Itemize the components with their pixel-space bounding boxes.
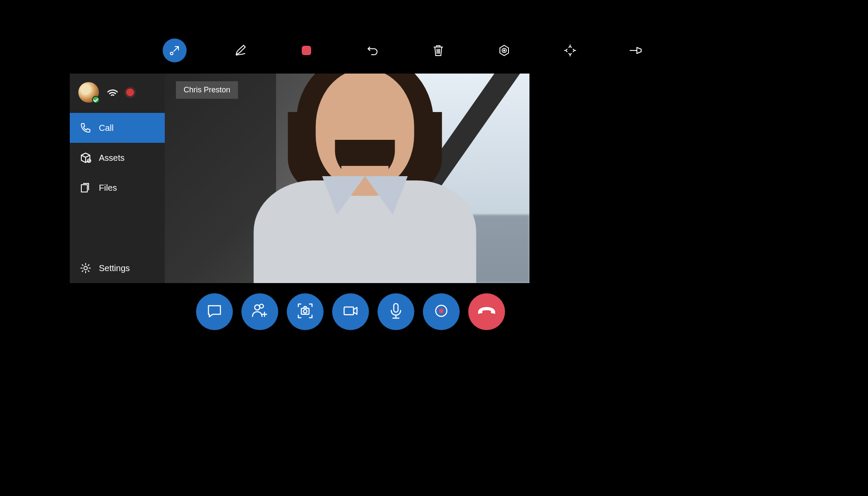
svg-point-0 [170, 52, 173, 55]
record-icon [433, 302, 450, 321]
pen-icon [234, 44, 247, 57]
svg-rect-6 [81, 185, 87, 192]
sidebar-item-assets[interactable]: Assets [70, 143, 165, 173]
expand-icon [564, 44, 576, 56]
profile-row [70, 74, 165, 113]
sidebar: Call Assets Files [70, 74, 165, 283]
trash-icon [432, 44, 444, 57]
avatar[interactable] [78, 82, 99, 103]
svg-rect-1 [302, 46, 311, 55]
expand-button[interactable] [558, 38, 582, 62]
target-button[interactable] [492, 38, 516, 62]
sidebar-item-call[interactable]: Call [70, 113, 165, 143]
phone-icon [80, 122, 91, 133]
package-icon [80, 152, 91, 163]
chat-icon [206, 302, 223, 321]
svg-rect-13 [394, 304, 398, 312]
undo-button[interactable] [360, 38, 384, 62]
svg-point-8 [255, 305, 260, 310]
svg-point-11 [303, 310, 307, 313]
svg-rect-12 [344, 307, 354, 315]
sidebar-item-label: Files [99, 183, 117, 193]
video-icon [342, 302, 360, 322]
recording-indicator [126, 89, 134, 96]
mic-button[interactable] [378, 293, 414, 330]
record-button[interactable] [423, 293, 460, 330]
sidebar-item-settings[interactable]: Settings [70, 253, 165, 283]
mic-icon [387, 301, 404, 322]
pin-icon [629, 46, 643, 55]
add-person-button[interactable] [241, 293, 278, 330]
pin-button[interactable] [624, 38, 648, 62]
sidebar-item-files[interactable]: Files [70, 173, 165, 203]
square-record-icon [301, 45, 312, 56]
undo-icon [366, 44, 378, 56]
add-person-icon [251, 302, 269, 322]
end-call-button[interactable] [468, 293, 505, 330]
pen-button[interactable] [229, 38, 253, 62]
gear-icon [80, 263, 91, 274]
sidebar-item-label: Call [99, 123, 113, 133]
target-icon [498, 44, 511, 57]
trash-button[interactable] [426, 38, 450, 62]
svg-point-4 [504, 50, 505, 51]
svg-point-9 [260, 304, 264, 308]
app-panel: Call Assets Files [70, 74, 529, 283]
svg-point-7 [84, 266, 87, 270]
collapse-button[interactable] [163, 38, 187, 62]
hangup-icon [476, 304, 497, 319]
top-toolbar [163, 38, 648, 62]
call-controls [196, 293, 505, 330]
svg-rect-15 [439, 309, 443, 313]
collapse-arrow-icon [167, 43, 182, 58]
camera-capture-icon [296, 301, 315, 322]
presence-badge [92, 96, 100, 103]
sidebar-item-label: Assets [99, 153, 125, 163]
chat-button[interactable] [196, 293, 233, 330]
signal-icon [107, 88, 119, 97]
sidebar-item-label: Settings [99, 263, 130, 273]
participant-name: Chris Preston [184, 86, 230, 94]
participant-name-badge: Chris Preston [176, 81, 238, 99]
video-feed: Chris Preston [165, 74, 529, 283]
camera-capture-button[interactable] [287, 293, 324, 330]
square-record-button[interactable] [294, 38, 318, 62]
video-button[interactable] [332, 293, 369, 330]
files-icon [80, 182, 91, 193]
